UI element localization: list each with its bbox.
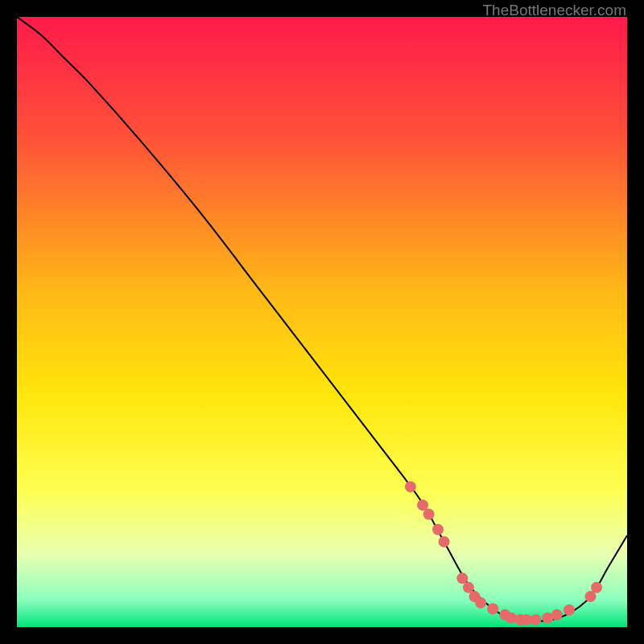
data-marker [405, 481, 416, 493]
data-marker [432, 524, 444, 535]
data-marker [585, 591, 597, 602]
data-marker [487, 603, 498, 614]
bottleneck-chart [17, 17, 627, 627]
data-marker [423, 509, 435, 520]
data-marker [564, 605, 575, 616]
data-marker [439, 536, 450, 547]
chart-frame [17, 17, 627, 627]
data-marker [456, 572, 468, 584]
data-marker [475, 597, 486, 609]
chart-background [17, 17, 627, 627]
data-marker [591, 582, 602, 593]
data-marker [417, 499, 428, 510]
data-marker [551, 609, 563, 621]
data-marker [530, 614, 541, 625]
data-marker [463, 582, 474, 593]
